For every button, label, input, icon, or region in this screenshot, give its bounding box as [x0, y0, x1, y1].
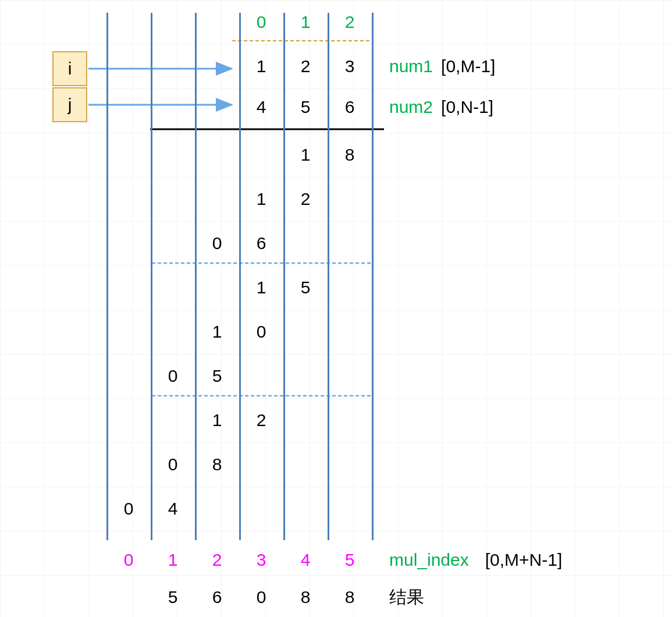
result-label: 结果 — [389, 575, 424, 617]
partial-digit: 2 — [283, 177, 328, 221]
top-index: 1 — [283, 0, 328, 44]
num2-range: [0,N-1] — [441, 97, 493, 117]
num2-name: num2 — [389, 97, 433, 117]
partial-digit: 2 — [239, 398, 283, 442]
partial-digit: 4 — [151, 487, 195, 531]
num1-label: num1 [0,M-1] — [389, 44, 495, 88]
partial-digit: 5 — [283, 265, 328, 310]
partial-digit: 1 — [239, 265, 283, 310]
mul-index-name: mul_index — [389, 550, 469, 570]
result-digit: 5 — [151, 575, 195, 617]
partial-digit: 8 — [195, 442, 239, 487]
partial-digit: 0 — [239, 310, 283, 354]
col-line — [372, 13, 374, 540]
partial-digit: 0 — [106, 487, 151, 531]
partial-digit: 5 — [195, 354, 239, 398]
num1-digit: 2 — [283, 44, 328, 88]
result-digit: 0 — [239, 575, 283, 617]
num2-label: num2 [0,N-1] — [389, 85, 493, 129]
partial-digit: 0 — [195, 221, 239, 265]
num1-digit: 3 — [328, 44, 372, 88]
num2-digit: 6 — [328, 85, 372, 129]
partial-digit: 0 — [151, 354, 195, 398]
mul-index: 0 — [106, 538, 151, 582]
num2-digit: 4 — [239, 85, 283, 129]
result-digit: 6 — [195, 575, 239, 617]
partial-digit: 1 — [283, 133, 328, 177]
num1-range: [0,M-1] — [441, 56, 495, 76]
num1-digit: 1 — [239, 44, 283, 88]
result-digit: 8 — [328, 575, 372, 617]
partial-digit: 8 — [328, 133, 372, 177]
result-digit: 8 — [283, 575, 328, 617]
mul-index-range: [0,M+N-1] — [485, 550, 563, 570]
partial-digit: 1 — [195, 398, 239, 442]
partial-digit: 1 — [239, 177, 283, 221]
top-index: 0 — [239, 0, 283, 44]
col-line — [106, 13, 108, 540]
partial-digit: 6 — [239, 221, 283, 265]
multiplication-diagram: i j 0 1 2 1 2 3 num1 [0,M-1] — [0, 0, 672, 617]
partial-digit: 0 — [151, 442, 195, 487]
top-index: 2 — [328, 0, 372, 44]
num1-name: num1 — [389, 56, 433, 76]
num2-digit: 5 — [283, 85, 328, 129]
partial-digit: 1 — [195, 310, 239, 354]
